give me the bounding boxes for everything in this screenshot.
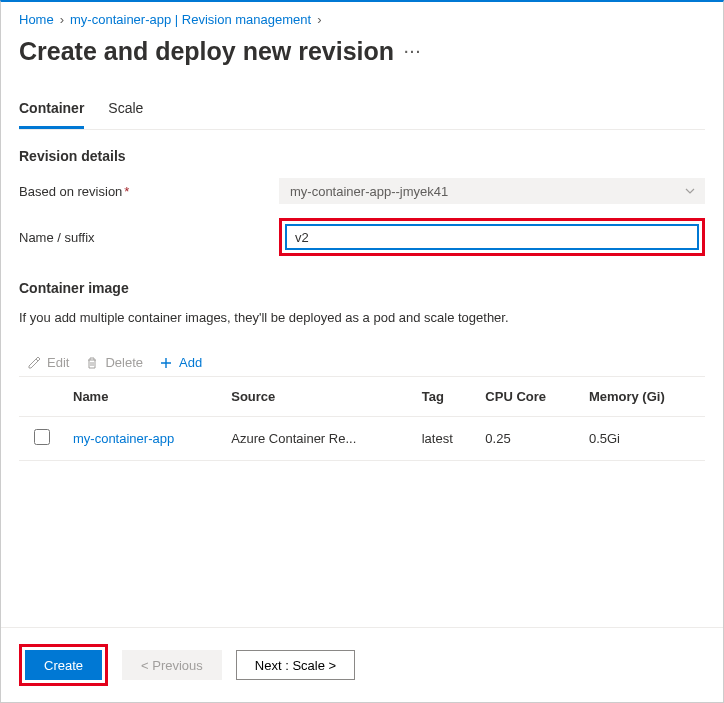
container-image-description: If you add multiple container images, th… <box>19 310 705 325</box>
name-suffix-label: Name / suffix <box>19 230 279 245</box>
row-name-link[interactable]: my-container-app <box>73 431 174 446</box>
previous-button[interactable]: < Previous <box>122 650 222 680</box>
chevron-right-icon: › <box>317 12 321 27</box>
col-cpu: CPU Core <box>477 377 581 417</box>
trash-icon <box>85 356 99 370</box>
row-source: Azure Container Re... <box>223 417 413 461</box>
create-button[interactable]: Create <box>25 650 102 680</box>
breadcrumb: Home › my-container-app | Revision manag… <box>19 10 705 37</box>
more-actions-button[interactable]: ··· <box>404 44 422 60</box>
page-footer: Create < Previous Next : Scale > <box>1 627 723 702</box>
next-button[interactable]: Next : Scale > <box>236 650 355 680</box>
based-on-revision-select[interactable]: my-container-app--jmyek41 <box>279 178 705 204</box>
page-title-text: Create and deploy new revision <box>19 37 394 66</box>
container-image-table: Name Source Tag CPU Core Memory (Gi) my-… <box>19 377 705 461</box>
name-suffix-input[interactable] <box>285 224 699 250</box>
row-cpu: 0.25 <box>477 417 581 461</box>
revision-details-heading: Revision details <box>19 148 705 164</box>
delete-button[interactable]: Delete <box>85 355 143 370</box>
col-memory: Memory (Gi) <box>581 377 705 417</box>
highlight-annotation <box>279 218 705 256</box>
plus-icon <box>159 356 173 370</box>
tab-container[interactable]: Container <box>19 92 84 129</box>
tab-scale[interactable]: Scale <box>108 92 143 129</box>
breadcrumb-parent[interactable]: my-container-app | Revision management <box>70 12 311 27</box>
edit-button[interactable]: Edit <box>27 355 69 370</box>
col-tag: Tag <box>414 377 478 417</box>
breadcrumb-home[interactable]: Home <box>19 12 54 27</box>
based-on-revision-value: my-container-app--jmyek41 <box>290 184 448 199</box>
col-name: Name <box>65 377 223 417</box>
container-image-heading: Container image <box>19 280 705 296</box>
highlight-annotation: Create <box>19 644 108 686</box>
col-source: Source <box>223 377 413 417</box>
page-title: Create and deploy new revision ··· <box>19 37 705 66</box>
row-checkbox[interactable] <box>34 429 50 445</box>
table-row: my-container-app Azure Container Re... l… <box>19 417 705 461</box>
chevron-right-icon: › <box>60 12 64 27</box>
add-button[interactable]: Add <box>159 355 202 370</box>
tabs: Container Scale <box>19 92 705 130</box>
row-memory: 0.5Gi <box>581 417 705 461</box>
row-tag: latest <box>414 417 478 461</box>
pencil-icon <box>27 356 41 370</box>
chevron-down-icon <box>684 185 696 197</box>
container-image-toolbar: Edit Delete Add <box>19 345 705 376</box>
based-on-revision-label: Based on revision* <box>19 184 279 199</box>
